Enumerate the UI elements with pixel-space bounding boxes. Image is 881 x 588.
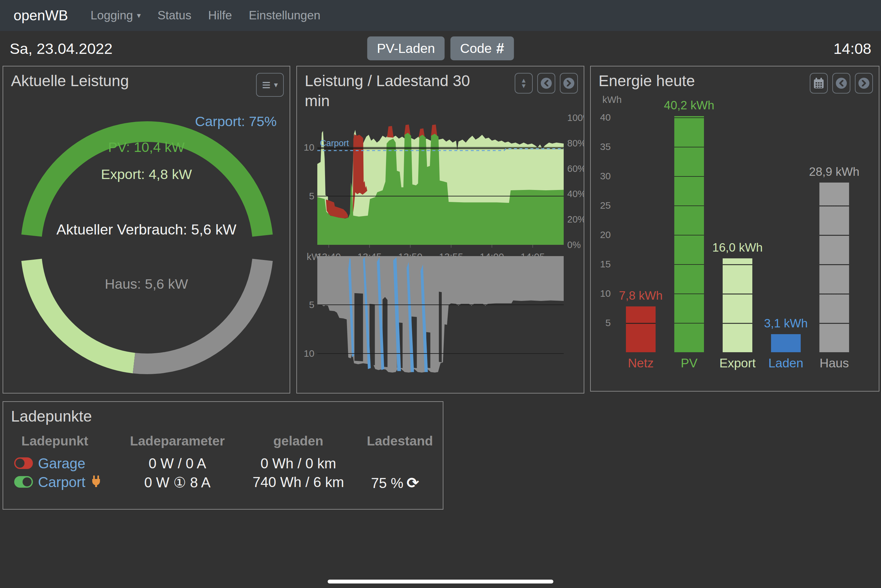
navbar: openWB Logging ▾ Status Hilfe Einstellun…	[0, 0, 881, 31]
nav-item-einstellungen-label: Einstellungen	[249, 9, 320, 22]
carport-ladeparameter: 0 W ① 8 A	[144, 474, 211, 490]
toggle-carport[interactable]	[14, 476, 33, 488]
nav-item-logging[interactable]: Logging ▾	[91, 9, 141, 22]
y-axis-tick: 25	[591, 200, 611, 211]
bar-value-netz: 7,8 kWh	[599, 289, 683, 303]
toggle-knob	[22, 477, 31, 486]
pv-laden-label: PV-Laden	[377, 41, 435, 56]
leistung-ladestand-chart: Carport105100%80%60%40%20%0%13:4013:4513…	[297, 66, 584, 393]
plug-icon	[91, 475, 102, 489]
verbrauch-power-text: Aktueller Verbrauch: 5,6 kW	[3, 221, 289, 238]
current-time: 14:08	[833, 40, 871, 57]
y-axis-tick: 30	[591, 171, 611, 182]
hash-icon: #	[496, 40, 504, 57]
y-axis-tick: 40	[591, 112, 611, 123]
bar-value-pv: 40,2 kWh	[647, 99, 731, 112]
nav-item-logging-label: Logging	[91, 9, 133, 22]
nav-items: Logging ▾ Status Hilfe Einstellungen	[91, 9, 321, 22]
carport-label: Carport	[38, 474, 85, 490]
svg-text:5: 5	[309, 190, 315, 201]
app-brand[interactable]: openWB	[13, 8, 68, 24]
svg-text:10: 10	[304, 348, 315, 358]
card-leistung-ladestand: Leistung / Ladestand 30 min ▲▼ Carport10…	[297, 66, 584, 393]
svg-text:10: 10	[304, 142, 315, 153]
svg-text:Carport: Carport	[320, 138, 349, 148]
col-geladen: geladen	[273, 434, 324, 448]
carport-soc-text: Carport: 75%	[195, 114, 277, 129]
bar-export	[723, 258, 752, 352]
col-ladestand: Ladestand	[367, 434, 433, 448]
bar-value-haus: 28,9 kWh	[792, 165, 876, 179]
bar-value-export: 16,0 kWh	[695, 241, 779, 255]
pv-laden-button[interactable]: PV-Laden	[367, 36, 445, 60]
carport-soc-value: 75 %	[371, 475, 403, 491]
garage-label: Garage	[38, 455, 85, 471]
carport-ladestand: 75 %⟳	[371, 474, 419, 492]
subheader: Sa, 23.04.2022 PV-Laden Code # 14:08	[0, 31, 881, 66]
bar-label-haus: Haus	[792, 356, 876, 370]
code-button[interactable]: Code #	[451, 36, 514, 60]
col-ladeparameter: Ladeparameter	[130, 434, 225, 448]
svg-text:0%: 0%	[567, 240, 581, 250]
energie-bar-chart: kWh5101520253035407,8 kWhNetz40,2 kWhPV1…	[591, 66, 879, 391]
bar-haus	[820, 183, 849, 352]
nav-item-status[interactable]: Status	[158, 9, 192, 22]
home-indicator[interactable]	[328, 580, 553, 584]
svg-text:100%: 100%	[567, 112, 584, 123]
nav-item-einstellungen[interactable]: Einstellungen	[249, 9, 320, 22]
toggle-knob	[15, 459, 24, 468]
carport-geladen: 740 Wh / 6 km	[253, 474, 344, 490]
current-date: Sa, 23.04.2022	[10, 40, 112, 57]
card-title-ladepunkte: Ladepunkte	[11, 406, 92, 426]
chevron-down-icon: ▾	[137, 11, 141, 20]
col-ladepunkt: Ladepunkt	[21, 434, 88, 448]
bar-laden	[771, 334, 801, 352]
svg-text:5: 5	[309, 299, 315, 310]
pv-power-text: PV: 10,4 kW	[3, 140, 289, 155]
export-power-text: Export: 4,8 kW	[3, 166, 289, 182]
garage-geladen: 0 Wh / 0 km	[261, 455, 336, 471]
code-label: Code	[460, 41, 492, 56]
haus-power-text: Haus: 5,6 kW	[3, 276, 289, 292]
svg-text:20%: 20%	[567, 214, 584, 225]
svg-text:40%: 40%	[567, 189, 584, 199]
nav-item-status-label: Status	[158, 9, 192, 22]
y-axis-tick: 20	[591, 230, 611, 240]
nav-item-hilfe[interactable]: Hilfe	[208, 9, 232, 22]
mode-buttons: PV-Laden Code #	[367, 36, 514, 60]
refresh-icon[interactable]: ⟳	[407, 474, 419, 491]
svg-text:60%: 60%	[567, 164, 584, 174]
y-axis-tick: 15	[591, 259, 611, 270]
ladepunkt-carport-link[interactable]: Carport	[38, 474, 102, 490]
y-axis-tick: 35	[591, 141, 611, 152]
ladepunkt-garage-link[interactable]: Garage	[38, 455, 85, 471]
card-energie-heute: Energie heute kWh5101520	[590, 66, 880, 392]
toggle-garage[interactable]	[14, 458, 33, 469]
garage-ladeparameter: 0 W / 0 A	[149, 455, 207, 471]
nav-item-hilfe-label: Hilfe	[208, 9, 232, 22]
y-axis-unit: kWh	[602, 94, 622, 105]
card-aktuelle-leistung: Aktuelle Leistung ≡ ▾ Carport: 75% PV: 1…	[3, 66, 290, 393]
svg-text:80%: 80%	[567, 138, 584, 148]
card-ladepunkte: Ladepunkte Ladepunkt Ladeparameter gelad…	[3, 401, 443, 510]
y-axis-tick: 5	[591, 317, 611, 328]
bar-value-laden: 3,1 kWh	[744, 317, 828, 330]
bar-pv	[674, 116, 704, 352]
bar-netz	[626, 306, 656, 352]
